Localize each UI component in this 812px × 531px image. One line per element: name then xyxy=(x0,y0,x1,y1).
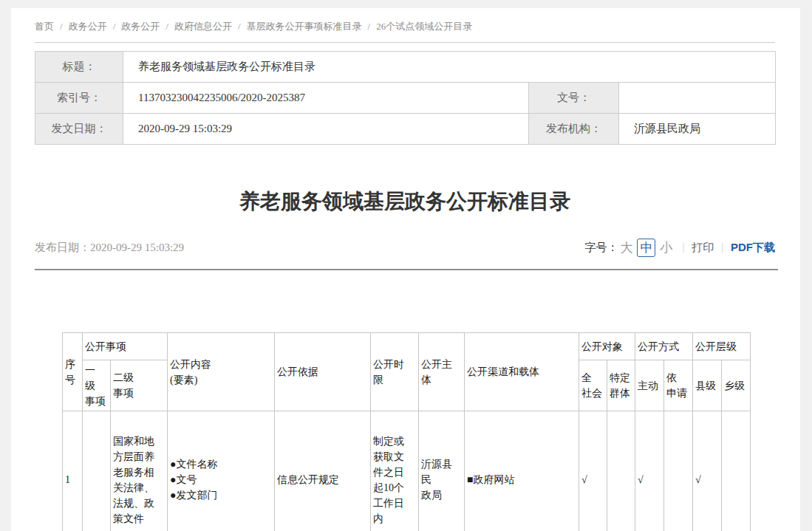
pdf-download-button[interactable]: PDF下载 xyxy=(731,241,775,255)
toolbar: 字号： 大 中 小 | 打印 | PDF下载 xyxy=(584,239,775,257)
table-row: 1 国家和地 方层面养 老服务相 关法律、 法规、政 策文件 ●文件名称 ●文号… xyxy=(63,411,751,531)
breadcrumb-divider xyxy=(35,42,775,43)
cell-method-request-check xyxy=(664,411,693,531)
font-size-medium-button[interactable]: 中 xyxy=(637,239,655,257)
header-method-active: 主动 xyxy=(635,360,664,411)
header-method-request: 依 申请 xyxy=(664,360,693,411)
catalog-table: 序 号 公开事项 公开内容 (要素) 公开依据 公开时 限 公开主体 公开渠道和… xyxy=(62,332,751,531)
header-seq: 序 号 xyxy=(63,333,83,411)
publish-date-value: 2020-09-29 15:03:29 xyxy=(90,241,184,253)
publish-date: 发布日期：2020-09-29 15:03:29 xyxy=(35,241,184,255)
header-level-group: 公开层级 xyxy=(693,333,751,360)
breadcrumb-link-zwgk1[interactable]: 政务公开 xyxy=(69,21,107,32)
meta-index-label: 索引号： xyxy=(35,83,123,114)
meta-docnum-label: 文号： xyxy=(529,83,619,114)
cell-time-limit: 制定或 获取文 件之日 起10个 工作日 内 xyxy=(371,411,419,531)
publish-date-label: 发布日期： xyxy=(35,241,90,253)
meta-title-value: 养老服务领域基层政务公开标准目录 xyxy=(123,52,776,83)
header-channel: 公开渠道和载体 xyxy=(465,333,579,411)
breadcrumb-link-catalog[interactable]: 基层政务公开事项标准目录 xyxy=(247,21,362,32)
breadcrumb-link-zwgk2[interactable]: 政务公开 xyxy=(121,21,160,32)
cell-level1 xyxy=(83,411,111,531)
title-divider xyxy=(35,269,778,270)
cell-basis: 信息公开规定 xyxy=(275,411,371,531)
font-size-large-button[interactable]: 大 xyxy=(620,239,632,256)
cell-level-county-check: √ xyxy=(693,411,722,531)
header-item-group: 公开事项 xyxy=(83,333,168,360)
breadcrumb-separator: / xyxy=(113,21,116,32)
header-subject: 公开主体 xyxy=(419,333,465,411)
cell-method-active-check: √ xyxy=(635,411,664,531)
header-content: 公开内容 (要素) xyxy=(168,333,275,411)
font-size-small-button[interactable]: 小 xyxy=(660,239,672,256)
meta-date-value: 2020-09-29 15:03:29 xyxy=(123,114,529,145)
meta-agency-label: 发布机构： xyxy=(529,114,619,145)
cell-target-specific-check xyxy=(607,411,635,531)
header-level-county: 县级 xyxy=(693,360,722,411)
header-method-group: 公开方式 xyxy=(635,333,693,360)
breadcrumb-separator: / xyxy=(166,21,168,32)
document-meta-table: 标题： 养老服务领域基层政务公开标准目录 索引号： 11370323004223… xyxy=(35,51,776,145)
meta-date-label: 发文日期： xyxy=(35,114,123,145)
header-level2: 二级 事项 xyxy=(111,360,168,411)
header-level1: 一 级 事项 xyxy=(83,360,111,411)
cell-level2: 国家和地 方层面养 老服务相 关法律、 法规、政 策文件 xyxy=(111,411,168,531)
toolbar-separator: | xyxy=(682,241,684,253)
header-time-limit: 公开时 限 xyxy=(371,333,419,411)
header-target-all: 全 社会 xyxy=(579,360,607,411)
cell-content: ●文件名称 ●文号 ●发文部门 xyxy=(168,411,275,531)
cell-seq: 1 xyxy=(63,411,83,531)
meta-docnum-value xyxy=(619,83,776,114)
breadcrumb: 首页/政务公开/政务公开/政府信息公开/基层政务公开事项标准目录/26个试点领域… xyxy=(35,20,775,32)
breadcrumb-link-home[interactable]: 首页 xyxy=(35,21,54,32)
breadcrumb-separator: / xyxy=(238,21,241,32)
header-target-group: 公开对象 xyxy=(579,333,635,360)
cell-target-all-check: √ xyxy=(579,411,607,531)
page-title: 养老服务领域基层政务公开标准目录 xyxy=(35,190,775,213)
cell-channel: ■政府网站 xyxy=(465,411,579,531)
breadcrumb-separator: / xyxy=(60,21,63,32)
publish-info-row: 发布日期：2020-09-29 15:03:29 字号： 大 中 小 | 打印 … xyxy=(35,238,775,257)
meta-title-label: 标题： xyxy=(35,52,123,83)
print-button[interactable]: 打印 xyxy=(692,241,714,255)
cell-subject: 沂源县民 政局 xyxy=(419,411,465,531)
header-basis: 公开依据 xyxy=(275,333,371,411)
breadcrumb-separator: / xyxy=(368,21,371,32)
toolbar-separator: | xyxy=(721,241,723,253)
meta-index-value: 113703230042235006/2020-2025387 xyxy=(123,83,529,114)
header-target-specific: 特定 群体 xyxy=(607,360,635,411)
font-size-label: 字号： xyxy=(584,241,618,255)
cell-level-town-check xyxy=(722,411,751,531)
header-level-town: 乡级 xyxy=(722,360,751,411)
breadcrumb-link-info[interactable]: 政府信息公开 xyxy=(174,21,232,32)
meta-agency-value: 沂源县民政局 xyxy=(619,114,776,145)
breadcrumb-link-pilot[interactable]: 26个试点领域公开目录 xyxy=(376,21,472,32)
